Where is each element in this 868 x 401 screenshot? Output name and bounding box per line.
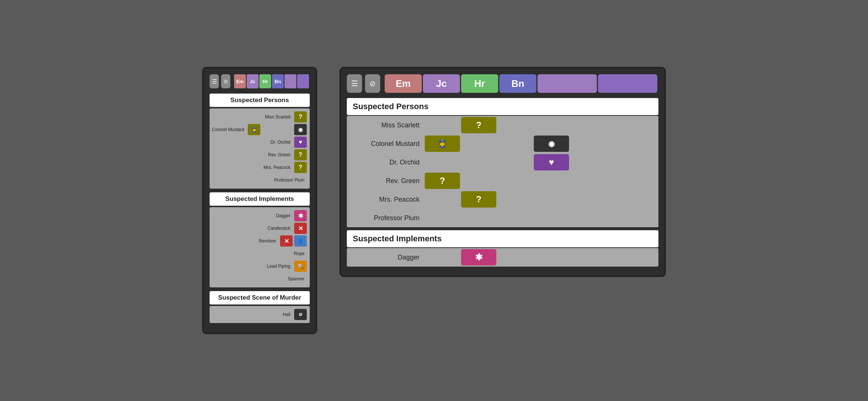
small-cell-hall-0[interactable]: ⊘ xyxy=(294,309,307,320)
large-cell-gr-4 xyxy=(570,173,605,189)
small-cell-scarlett-0[interactable]: ? xyxy=(294,111,307,123)
large-cell-gr-2 xyxy=(497,173,533,189)
large-panel: ☰ ⊘ Em Jc Hr Bn Suspected Persons Miss S… xyxy=(339,67,666,277)
small-tab-jc[interactable]: Jc xyxy=(247,74,259,88)
large-tab-hr[interactable]: Hr xyxy=(461,74,498,93)
small-eyeoff-button[interactable]: ⊘ xyxy=(221,74,230,88)
small-tab-bn[interactable]: Bn xyxy=(272,74,284,88)
large-implements-header: Suspected Implements xyxy=(347,230,658,247)
small-label-spanner: Spanner xyxy=(212,276,308,281)
small-menu-button[interactable]: ☰ xyxy=(210,74,219,88)
small-row-rope: Rope xyxy=(210,247,310,260)
large-cell-da-4 xyxy=(570,249,605,265)
small-label-rev-green: Rev. Green xyxy=(212,152,293,157)
small-label-dagger: Dagger xyxy=(212,213,293,218)
large-label-dagger: Dagger xyxy=(351,254,425,261)
small-cell-dagger-0[interactable]: ✱ xyxy=(294,210,307,221)
large-cell-mu-4 xyxy=(570,136,605,152)
small-label-professor-plum: Professor Plum xyxy=(212,177,308,183)
large-cell-pe-1[interactable]: ? xyxy=(461,191,496,208)
large-cell-gr-1 xyxy=(461,173,496,189)
small-cell-mustard-1[interactable]: ◉ xyxy=(294,124,307,135)
small-cell-revolver-0[interactable]: ✕ xyxy=(280,235,293,247)
small-tab-em[interactable]: Em xyxy=(234,74,246,88)
large-cell-pl-5 xyxy=(606,210,642,226)
small-row-candlestick: Candlestick ✕ xyxy=(210,222,310,235)
large-row-colonel-mustard: Colonel Mustard 👮 ◉ xyxy=(347,134,658,153)
small-scene-grid: Hall ⊘ xyxy=(210,306,310,323)
large-cell-pl-1 xyxy=(461,210,496,226)
small-label-candlestick: Candlestick xyxy=(212,226,293,231)
large-row-dagger: Dagger ✱ xyxy=(347,248,658,267)
large-tab-jc[interactable]: Jc xyxy=(423,74,460,93)
large-cell-or-3[interactable]: ♥ xyxy=(534,154,569,170)
small-cell-mustard-0[interactable]: 👮 xyxy=(248,124,260,135)
small-label-lead-piping: Lead Piping xyxy=(212,264,293,269)
small-toolbar: ☰ ⊘ Em Jc Hr Bn xyxy=(210,74,310,88)
large-cell-pl-4 xyxy=(570,210,605,226)
small-cell-green-0[interactable]: ? xyxy=(294,149,307,160)
large-player-tabs: Em Jc Hr Bn xyxy=(385,74,658,93)
large-cells-plum xyxy=(425,210,642,226)
large-tab-p6[interactable] xyxy=(598,74,657,93)
small-label-mrs-peacock: Mrs. Peacock xyxy=(212,165,293,170)
small-cell-lead-piping-0[interactable]: 🔍 xyxy=(294,261,307,272)
small-tab-hr[interactable]: Hr xyxy=(259,74,271,88)
large-tab-p5[interactable] xyxy=(537,74,597,93)
large-cell-or-0 xyxy=(425,154,460,170)
large-cell-mu-0[interactable]: 👮 xyxy=(425,136,460,152)
large-cell-gr-0[interactable]: ? xyxy=(425,173,460,189)
large-label-professor-plum: Professor Plum xyxy=(351,214,425,222)
small-row-dagger: Dagger ✱ xyxy=(210,209,310,222)
large-cell-mu-3[interactable]: ◉ xyxy=(534,136,569,152)
large-cell-sc-2 xyxy=(497,117,533,133)
large-cell-sc-3 xyxy=(534,117,569,133)
small-persons-grid: Miss Scarlett ? Colonel Mustard 👮 ◉ Dr. … xyxy=(210,108,310,189)
small-cell-revolver-1[interactable]: 👤 xyxy=(294,235,307,247)
large-menu-button[interactable]: ☰ xyxy=(347,74,362,93)
large-row-miss-scarlett: Miss Scarlett ? xyxy=(347,116,658,134)
small-row-dr-orchid: Dr. Orchid ♥ xyxy=(210,136,310,149)
small-row-rev-green: Rev. Green ? xyxy=(210,149,310,161)
large-cell-gr-5 xyxy=(606,173,642,189)
small-tab-p6[interactable] xyxy=(297,74,309,88)
large-persons-grid: Miss Scarlett ? Colonel Mustard 👮 ◉ xyxy=(347,116,658,227)
small-scene-header: Suspected Scene of Murder xyxy=(210,291,310,304)
small-tab-p5[interactable] xyxy=(285,74,296,88)
large-cells-dagger: ✱ xyxy=(425,249,642,265)
small-row-colonel-mustard: Colonel Mustard 👮 ◉ xyxy=(210,123,310,136)
small-row-spanner: Spanner xyxy=(210,273,310,285)
large-eyeoff-button[interactable]: ⊘ xyxy=(365,74,380,93)
large-cell-mu-2 xyxy=(497,136,533,152)
large-cell-pe-0 xyxy=(425,191,460,208)
large-cell-pe-3 xyxy=(534,191,569,208)
large-toolbar: ☰ ⊘ Em Jc Hr Bn xyxy=(347,74,658,93)
panels-container: ☰ ⊘ Em Jc Hr Bn Suspected Persons Miss S… xyxy=(202,67,666,334)
large-menu-icon: ☰ xyxy=(351,79,358,88)
large-row-mrs-peacock: Mrs. Peacock ? xyxy=(347,190,658,209)
large-cells-miss-scarlett: ? xyxy=(425,117,642,133)
small-label-revolver: Revolver xyxy=(212,238,279,244)
large-cell-sc-1[interactable]: ? xyxy=(461,117,496,133)
large-label-colonel-mustard: Colonel Mustard xyxy=(351,140,425,148)
large-cell-pl-3 xyxy=(534,210,569,226)
large-label-mrs-peacock: Mrs. Peacock xyxy=(351,196,425,203)
small-menu-icon: ☰ xyxy=(212,78,217,85)
small-row-professor-plum: Professor Plum xyxy=(210,174,310,186)
small-label-miss-scarlett: Miss Scarlett xyxy=(212,114,293,120)
large-cell-da-1[interactable]: ✱ xyxy=(461,249,496,265)
large-tab-bn[interactable]: Bn xyxy=(499,74,536,93)
large-cell-gr-3 xyxy=(534,173,569,189)
small-cell-orchid-0[interactable]: ♥ xyxy=(294,137,307,148)
large-cell-da-0 xyxy=(425,249,460,265)
large-tab-em[interactable]: Em xyxy=(385,74,422,93)
small-cell-peacock-0[interactable]: ? xyxy=(294,162,307,173)
small-eyeoff-icon: ⊘ xyxy=(224,78,228,84)
large-cell-da-2 xyxy=(497,249,533,265)
large-cell-sc-0 xyxy=(425,117,460,133)
large-cell-or-4 xyxy=(570,154,605,170)
small-cell-candlestick-0[interactable]: ✕ xyxy=(294,223,307,234)
small-implements-grid: Dagger ✱ Candlestick ✕ Revolver ✕ 👤 Rope… xyxy=(210,207,310,287)
small-label-rope: Rope xyxy=(212,251,308,256)
large-cell-pe-5 xyxy=(606,191,642,208)
